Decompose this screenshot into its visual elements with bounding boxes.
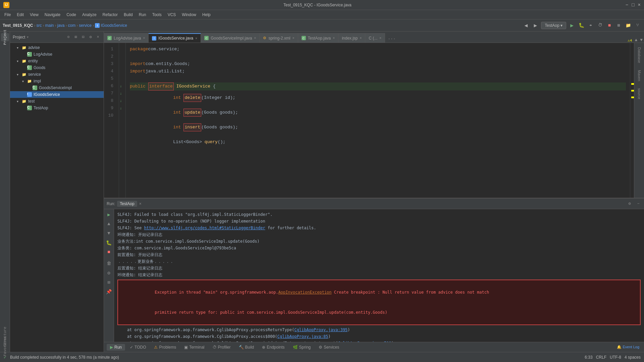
code-area[interactable]: package com.service; import com.entity.G… bbox=[126, 43, 630, 198]
bottom-tab-profiler[interactable]: ⏱ Profiler bbox=[209, 344, 234, 351]
bottom-tab-endpoints[interactable]: ⊕ Endpoints bbox=[259, 344, 288, 351]
debug-button[interactable]: 🐛 bbox=[578, 22, 585, 29]
close-tab-goodsserviceimpl[interactable]: × bbox=[254, 36, 256, 40]
slf4j-link[interactable]: http://www.slf4j.org/codes.html#StaticLo… bbox=[144, 226, 265, 230]
close-tab-spring[interactable]: × bbox=[292, 36, 294, 40]
tree-item-testaop[interactable]: C TestAop bbox=[10, 105, 104, 111]
menu-file[interactable]: File bbox=[2, 11, 13, 18]
close-tab-index[interactable]: × bbox=[360, 36, 362, 40]
git-button[interactable]: ⑂ bbox=[634, 22, 641, 29]
more-tabs[interactable]: ... bbox=[385, 33, 398, 43]
settings-icon[interactable]: ⚙ bbox=[88, 34, 94, 40]
settings-run[interactable]: ⚙ bbox=[105, 269, 113, 277]
sync-icon[interactable]: ⊙ bbox=[65, 34, 71, 40]
breadcrumb-file[interactable]: IGoodsService bbox=[101, 23, 127, 28]
breakpoint-7[interactable]: ↓ bbox=[120, 90, 125, 97]
source-panel-toggle[interactable]: source bbox=[636, 85, 643, 102]
cursor-position[interactable]: 6:33 bbox=[585, 355, 592, 360]
project-button[interactable]: 📁 bbox=[625, 22, 632, 29]
minimize-button[interactable]: − bbox=[626, 2, 628, 8]
project-panel-toggle[interactable]: Project bbox=[1, 33, 9, 41]
menu-tools[interactable]: Tools bbox=[150, 11, 164, 18]
tree-item-impl[interactable]: ▾ 📁 impl bbox=[10, 78, 104, 84]
tab-index[interactable]: index.jsp × bbox=[338, 33, 365, 43]
maximize-button[interactable]: □ bbox=[632, 2, 634, 8]
bottom-tab-services[interactable]: ⚙ Services bbox=[315, 344, 342, 351]
tree-item-service[interactable]: ▾ 📁 service bbox=[10, 71, 104, 78]
menu-edit[interactable]: Edit bbox=[14, 11, 26, 18]
database-panel-toggle[interactable]: Database bbox=[636, 45, 643, 66]
bottom-tab-todo[interactable]: ✓ TODO bbox=[126, 344, 149, 351]
tab-testaop[interactable]: C TestAop.java × bbox=[298, 33, 339, 43]
pin-tab[interactable]: 📌 bbox=[105, 288, 113, 295]
menu-view[interactable]: View bbox=[27, 11, 41, 18]
forward-button[interactable]: ▶ bbox=[532, 22, 539, 29]
charset[interactable]: UTF-8 bbox=[610, 355, 621, 360]
line-ending[interactable]: CRLF bbox=[596, 355, 606, 360]
coverage-button[interactable]: ☂ bbox=[587, 22, 594, 29]
restore-layout[interactable]: ⊞ bbox=[105, 279, 113, 286]
indent-setting[interactable]: 4 spaces bbox=[625, 355, 641, 360]
breakpoint-6[interactable]: ↓ bbox=[120, 82, 125, 90]
back-button[interactable]: ◀ bbox=[522, 22, 530, 29]
stop-button[interactable]: ■ bbox=[606, 22, 613, 29]
scroll-down-icon[interactable]: ▼ bbox=[639, 38, 644, 43]
close-panel-icon[interactable]: × bbox=[95, 34, 101, 40]
run-config-selector[interactable]: TestAop ▾ bbox=[541, 22, 566, 29]
close-tab-testaop[interactable]: × bbox=[333, 36, 335, 40]
breadcrumb-project[interactable]: Test_0915_KQC bbox=[3, 23, 33, 28]
event-log-badge[interactable]: 🔔 Event Log bbox=[615, 345, 641, 349]
close-tab-igoodsservice[interactable]: × bbox=[195, 37, 197, 40]
run-panel-tab[interactable]: TestAop bbox=[117, 201, 137, 207]
tree-item-logadvise[interactable]: C LogAdvise bbox=[10, 51, 104, 58]
favorites-toggle[interactable]: Favorites bbox=[1, 342, 9, 350]
close-tab-c[interactable]: × bbox=[379, 36, 381, 40]
run-button[interactable]: ▶ bbox=[568, 22, 576, 29]
tab-spring[interactable]: ⚙ spring-2.xml × bbox=[260, 33, 298, 43]
warning-marker-3[interactable] bbox=[631, 97, 634, 98]
tree-item-advise[interactable]: ▾ 📁 advise bbox=[10, 44, 104, 51]
menu-navigate[interactable]: Navigate bbox=[42, 11, 63, 18]
scroll-up-icon[interactable]: ▲ bbox=[633, 38, 639, 43]
tab-c[interactable]: C (... × bbox=[365, 33, 385, 43]
tree-item-goods[interactable]: C Goods bbox=[10, 64, 104, 71]
warning-marker-1[interactable] bbox=[631, 83, 634, 85]
scroll-to-end-down[interactable]: ▼ bbox=[105, 230, 113, 237]
close-tab-logadvise[interactable]: × bbox=[143, 36, 145, 40]
tab-goodsserviceimpl[interactable]: C GoodsServiceImpl.java × bbox=[201, 33, 260, 43]
tree-item-entity[interactable]: ▾ 📁 entity bbox=[10, 58, 104, 64]
stack-link-1[interactable]: CglibAopProxy.java:395 bbox=[294, 327, 347, 332]
maven-panel-toggle[interactable]: Maven bbox=[636, 67, 643, 84]
bottom-tab-terminal[interactable]: ▣ Terminal bbox=[181, 344, 208, 351]
settings-panel-icon[interactable]: ⚙ bbox=[627, 201, 633, 207]
clear-output[interactable]: 🗑 bbox=[105, 260, 113, 267]
breadcrumb-java[interactable]: java bbox=[57, 23, 65, 28]
menu-window[interactable]: Window bbox=[179, 11, 199, 18]
tree-item-igoodsservice[interactable]: I IGoodsService bbox=[10, 91, 104, 98]
rerun-button[interactable]: ▶ bbox=[105, 211, 113, 218]
close-button[interactable]: × bbox=[638, 2, 641, 8]
menu-run[interactable]: Run bbox=[136, 11, 149, 18]
bottom-tab-build[interactable]: 🔨 Build bbox=[235, 344, 258, 351]
close-panel-btn[interactable]: − bbox=[635, 201, 641, 207]
tab-logadvise[interactable]: C LogAdvise.java × bbox=[104, 33, 149, 43]
menu-build[interactable]: Build bbox=[121, 11, 136, 18]
bottom-tab-problems[interactable]: ⚠ Problems bbox=[151, 344, 179, 351]
menu-code[interactable]: Code bbox=[64, 11, 79, 18]
breadcrumb-main[interactable]: main bbox=[45, 23, 54, 28]
breakpoint-9[interactable]: ↓ bbox=[120, 105, 125, 112]
warning-marker-2[interactable] bbox=[631, 90, 634, 92]
tree-item-test[interactable]: ▾ 📁 test bbox=[10, 98, 104, 105]
run-panel-close-tab[interactable]: × bbox=[139, 201, 142, 206]
bottom-tab-spring[interactable]: 🌿 Spring bbox=[289, 344, 314, 351]
stop-run-button[interactable]: ■ bbox=[105, 248, 113, 256]
scroll-to-end-up[interactable]: ▲ bbox=[105, 220, 113, 228]
breadcrumb-src[interactable]: src bbox=[37, 23, 42, 28]
tree-item-goodsserviceimpl[interactable]: C GoodsServiceImpl bbox=[10, 84, 104, 91]
menu-refactor[interactable]: Refactor bbox=[100, 11, 120, 18]
tab-igoodsservice[interactable]: I IGoodsService.java × bbox=[149, 33, 201, 43]
stack-link-2[interactable]: CglibAopProxy.java:85 bbox=[277, 334, 328, 339]
menu-vcs[interactable]: VCS bbox=[165, 11, 179, 18]
profile-button[interactable]: ⏱ bbox=[596, 22, 604, 29]
bottom-tab-run[interactable]: ▶ Run bbox=[107, 344, 125, 351]
